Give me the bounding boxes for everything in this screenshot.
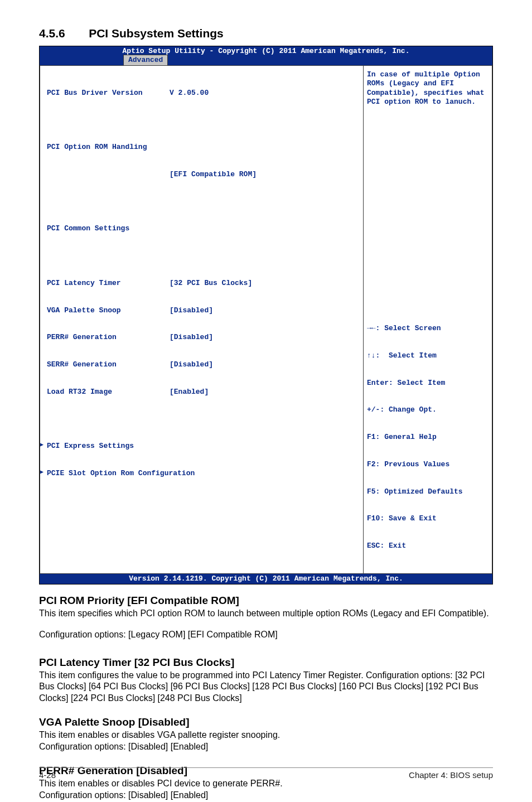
row-value[interactable]: [Disabled] (170, 306, 213, 315)
row-value[interactable]: [Disabled] (170, 360, 213, 369)
bios-help-text: In case of multiple Option ROMs (Legacy … (364, 66, 492, 111)
row-value[interactable]: [EFI Compatible ROM] (170, 170, 257, 179)
bios-header-text: Aptio Setup Utility - Copyright (C) 2011… (43, 47, 489, 56)
doc-heading: PCI ROM Priority [EFI Compatible ROM] (39, 595, 493, 607)
legend-line: +/-: Change Opt. (367, 405, 489, 414)
row-value[interactable]: [Enabled] (170, 388, 209, 397)
doc-paragraph: This item specifies which PCI option ROM… (39, 608, 493, 619)
row-label[interactable]: PERR# Generation (47, 333, 170, 342)
doc-heading: VGA Palette Snoop [Disabled] (39, 716, 493, 728)
legend-line: F2: Previous Values (367, 460, 489, 469)
row-label: PCI Option ROM Handling (47, 143, 170, 152)
legend-line: ESC: Exit (367, 542, 489, 550)
legend-line: Enter: Select Item (367, 379, 489, 388)
legend-line: ↑↓: Select Item (367, 351, 489, 360)
legend-line: F5: Optimized Defaults (367, 487, 489, 496)
row-label[interactable]: Load RT32 Image (47, 388, 170, 397)
row-label: PCI Bus Driver Version (47, 89, 170, 98)
row-label[interactable]: SERR# Generation (47, 360, 170, 369)
doc-paragraph: This item enables or disables PCI device… (39, 778, 493, 801)
bios-footer: Version 2.14.1219. Copyright (C) 2011 Am… (40, 574, 492, 584)
legend-line: →←: Select Screen (367, 324, 489, 333)
row-label-selected[interactable]: PCI ROM Priority (47, 170, 170, 179)
row-value[interactable]: [Disabled] (170, 333, 213, 342)
submenu-pci-express[interactable]: PCI Express Settings (47, 442, 356, 451)
section-title: PCI Subsystem Settings (89, 27, 224, 40)
row-label: PCI Common Settings (47, 224, 170, 233)
bios-header: Aptio Setup Utility - Copyright (C) 2011… (40, 46, 492, 65)
page-footer: 4-28 Chapter 4: BIOS setup (39, 767, 493, 780)
page-number: 4-28 (39, 770, 56, 780)
legend-line: F1: General Help (367, 433, 489, 442)
bios-right-pane: In case of multiple Option ROMs (Legacy … (363, 65, 492, 574)
doc-paragraph: This item enables or disables VGA pallet… (39, 729, 493, 752)
doc-heading: PCI Latency Timer [32 PCI Bus Clocks] (39, 656, 493, 669)
submenu-pcie-slot[interactable]: PCIE Slot Option Rom Configuration (47, 469, 356, 478)
bios-screenshot: Aptio Setup Utility - Copyright (C) 2011… (39, 46, 493, 584)
row-value: V 2.05.00 (170, 89, 209, 98)
row-value[interactable]: [32 PCI Bus Clocks] (170, 279, 252, 288)
bios-key-legend: →←: Select Screen ↑↓: Select Item Enter:… (364, 302, 492, 573)
row-label[interactable]: VGA Palette Snoop (47, 306, 170, 315)
chapter-label: Chapter 4: BIOS setup (409, 770, 493, 780)
doc-paragraph: This item configures the value to be pro… (39, 670, 493, 704)
section-heading: 4.5.6 PCI Subsystem Settings (39, 27, 493, 40)
section-number: 4.5.6 (39, 27, 65, 40)
bios-tab-advanced[interactable]: Advanced (123, 55, 168, 65)
doc-paragraph: Configuration options: [Legacy ROM] [EFI… (39, 629, 493, 640)
legend-line: F10: Save & Exit (367, 514, 489, 523)
bios-left-pane: PCI Bus Driver VersionV 2.05.00 PCI Opti… (40, 65, 363, 574)
row-label[interactable]: PCI Latency Timer (47, 279, 170, 288)
